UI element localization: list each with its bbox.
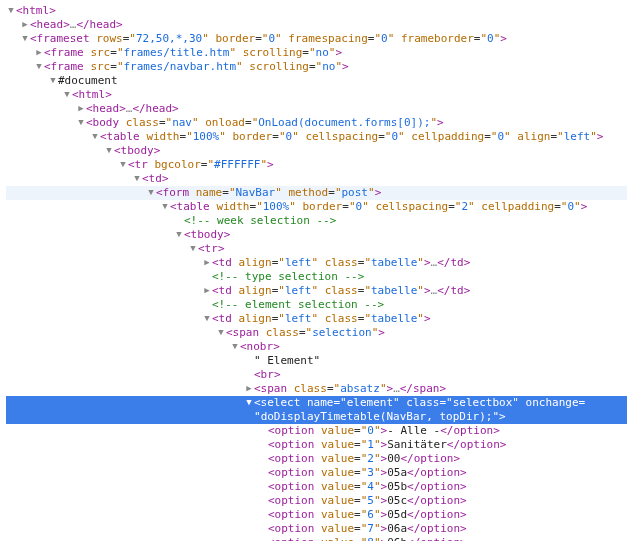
disclosure-triangle-icon[interactable]: ▶: [76, 101, 86, 115]
tree-row[interactable]: <option value="8">06b</option>: [6, 536, 627, 541]
node-label: <td align="left" class="tabelle">…</td>: [212, 284, 470, 297]
node-label: <!-- week selection -->: [184, 214, 336, 227]
node-label: <option value="4">05b</option>: [268, 480, 467, 493]
node-label: <table width="100%" border="0" cellspaci…: [100, 130, 603, 143]
node-label: <frame src="frames/navbar.htm" scrolling…: [44, 60, 349, 73]
node-label: <td>: [142, 172, 169, 185]
tree-row[interactable]: ▼<html>: [6, 88, 627, 102]
tree-row[interactable]: <br>: [6, 368, 627, 382]
node-label: <select name="element" class="selectbox"…: [254, 396, 585, 409]
node-label: <br>: [254, 368, 281, 381]
node-label: <html>: [16, 4, 56, 17]
tree-row[interactable]: ▼<tbody>: [6, 144, 627, 158]
tree-row[interactable]: <option value="4">05b</option>: [6, 480, 627, 494]
node-label: <td align="left" class="tabelle">: [212, 312, 431, 325]
node-label: <table width="100%" border="0" cellspaci…: [170, 200, 587, 213]
tree-row[interactable]: ▼<frameset rows="72,50,*,30" border="0" …: [6, 32, 627, 46]
disclosure-triangle-icon[interactable]: ▼: [202, 311, 212, 325]
node-label: <frameset rows="72,50,*,30" border="0" f…: [30, 32, 507, 45]
node-label: <body class="nav" onload="OnLoad(documen…: [86, 116, 444, 129]
disclosure-triangle-icon[interactable]: ▶: [244, 381, 254, 395]
node-label: <!-- type selection -->: [212, 270, 364, 283]
tree-row[interactable]: ▼<html>: [6, 4, 627, 18]
disclosure-triangle-icon[interactable]: ▼: [118, 157, 128, 171]
node-label: <span class="absatz">…</span>: [254, 382, 446, 395]
node-label: <form name="NavBar" method="post">: [156, 186, 381, 199]
disclosure-triangle-icon[interactable]: ▼: [216, 325, 226, 339]
node-label: " Element": [254, 354, 320, 367]
tree-row[interactable]: ▶<head>…</head>: [6, 102, 627, 116]
tree-row[interactable]: ▶<span class="absatz">…</span>: [6, 382, 627, 396]
tree-row[interactable]: ▼<frame src="frames/navbar.htm" scrollin…: [6, 60, 627, 74]
node-label: <option value="1">Sanitäter</option>: [268, 438, 506, 451]
node-label: <tr>: [198, 242, 225, 255]
disclosure-triangle-icon[interactable]: ▼: [188, 241, 198, 255]
tree-row[interactable]: <!-- element selection -->: [6, 298, 627, 312]
disclosure-triangle-icon[interactable]: ▼: [160, 199, 170, 213]
node-label: <tbody>: [184, 228, 230, 241]
tree-row[interactable]: ▼<table width="100%" border="0" cellspac…: [6, 200, 627, 214]
node-label: <option value="0">- Alle -</option>: [268, 424, 500, 437]
disclosure-triangle-icon[interactable]: ▶: [202, 283, 212, 297]
disclosure-triangle-icon[interactable]: ▼: [48, 73, 58, 87]
tree-row[interactable]: <option value="1">Sanitäter</option>: [6, 438, 627, 452]
tree-row[interactable]: ▼<tbody>: [6, 228, 627, 242]
node-label: <span class="selection">: [226, 326, 385, 339]
node-label: <option value="8">06b</option>: [268, 536, 467, 541]
tree-row[interactable]: <option value="7">06a</option>: [6, 522, 627, 536]
tree-row[interactable]: ▶<td align="left" class="tabelle">…</td>: [6, 284, 627, 298]
node-label: <option value="3">05a</option>: [268, 466, 467, 479]
tree-row[interactable]: ▶<head>…</head>: [6, 18, 627, 32]
tree-row[interactable]: <option value="6">05d</option>: [6, 508, 627, 522]
node-label: <td align="left" class="tabelle">…</td>: [212, 256, 470, 269]
node-label-cont: "doDisplayTimetable(NavBar, topDir);">: [254, 410, 506, 423]
tree-row[interactable]: ▼<nobr>: [6, 340, 627, 354]
tree-row[interactable]: ▼#document: [6, 74, 627, 88]
node-label: <html>: [72, 88, 112, 101]
disclosure-triangle-icon[interactable]: ▼: [20, 31, 30, 45]
tree-row[interactable]: <option value="0">- Alle -</option>: [6, 424, 627, 438]
disclosure-triangle-icon[interactable]: ▼: [104, 143, 114, 157]
dom-tree: ▼<html>▶<head>…</head>▼<frameset rows="7…: [6, 4, 627, 541]
node-label: <tbody>: [114, 144, 160, 157]
disclosure-triangle-icon[interactable]: ▼: [76, 115, 86, 129]
disclosure-triangle-icon[interactable]: ▼: [174, 227, 184, 241]
disclosure-triangle-icon[interactable]: ▼: [132, 171, 142, 185]
tree-row[interactable]: ▼<td align="left" class="tabelle">: [6, 312, 627, 326]
tree-row[interactable]: ▶<td align="left" class="tabelle">…</td>: [6, 256, 627, 270]
tree-row[interactable]: ▼<body class="nav" onload="OnLoad(docume…: [6, 116, 627, 130]
tree-row[interactable]: ▶<frame src="frames/title.htm" scrolling…: [6, 46, 627, 60]
node-label: <tr bgcolor="#FFFFFF">: [128, 158, 274, 171]
node-label: #document: [58, 74, 118, 87]
node-label: <!-- element selection -->: [212, 298, 384, 311]
tree-row[interactable]: ▼<select name="element" class="selectbox…: [6, 396, 627, 424]
node-label: <option value="6">05d</option>: [268, 508, 467, 521]
tree-row[interactable]: ▼<table width="100%" border="0" cellspac…: [6, 130, 627, 144]
disclosure-triangle-icon[interactable]: ▶: [20, 17, 30, 31]
tree-row[interactable]: ▼<tr bgcolor="#FFFFFF">: [6, 158, 627, 172]
tree-row[interactable]: <!-- week selection -->: [6, 214, 627, 228]
tree-row[interactable]: " Element": [6, 354, 627, 368]
tree-row[interactable]: ▼<span class="selection">: [6, 326, 627, 340]
disclosure-triangle-icon[interactable]: ▼: [230, 339, 240, 353]
node-label: <nobr>: [240, 340, 280, 353]
disclosure-triangle-icon[interactable]: ▼: [62, 87, 72, 101]
disclosure-triangle-icon[interactable]: ▶: [34, 45, 44, 59]
disclosure-triangle-icon[interactable]: ▼: [146, 185, 156, 199]
node-label: <option value="7">06a</option>: [268, 522, 467, 535]
tree-row[interactable]: ▼<tr>: [6, 242, 627, 256]
tree-row[interactable]: <!-- type selection -->: [6, 270, 627, 284]
disclosure-triangle-icon[interactable]: ▼: [244, 395, 254, 409]
tree-row[interactable]: <option value="5">05c</option>: [6, 494, 627, 508]
node-label: <frame src="frames/title.htm" scrolling=…: [44, 46, 342, 59]
tree-row[interactable]: <option value="3">05a</option>: [6, 466, 627, 480]
node-label: <option value="5">05c</option>: [268, 494, 467, 507]
node-label: <head>…</head>: [86, 102, 179, 115]
disclosure-triangle-icon[interactable]: ▼: [34, 59, 44, 73]
tree-row[interactable]: <option value="2">00</option>: [6, 452, 627, 466]
tree-row[interactable]: ▼<form name="NavBar" method="post">: [6, 186, 627, 200]
tree-row[interactable]: ▼<td>: [6, 172, 627, 186]
disclosure-triangle-icon[interactable]: ▶: [202, 255, 212, 269]
disclosure-triangle-icon[interactable]: ▼: [90, 129, 100, 143]
disclosure-triangle-icon[interactable]: ▼: [6, 3, 16, 17]
